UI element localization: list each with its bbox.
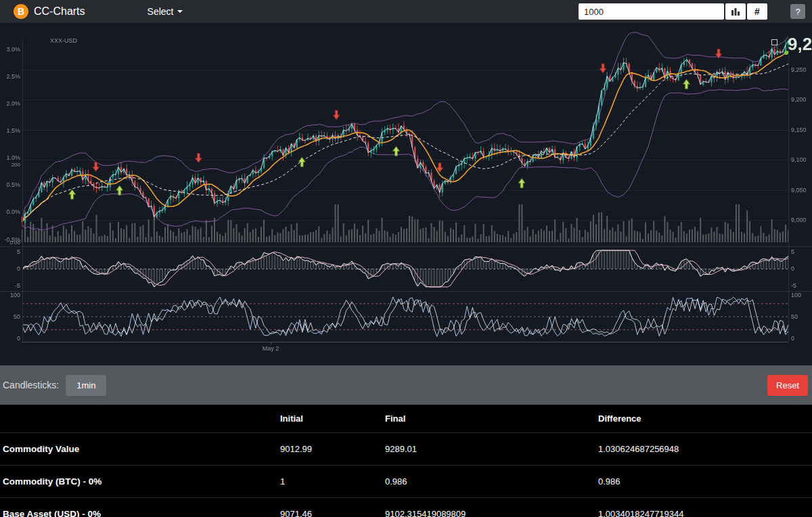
row-final: 9289.01	[385, 444, 598, 454]
select-label: Select	[148, 6, 174, 17]
chart-mini-toolbar	[771, 39, 777, 45]
chart-bars-icon	[731, 7, 740, 16]
reset-button[interactable]: Reset	[767, 375, 808, 396]
row-final: 9102.315419089809	[385, 509, 598, 517]
table-row: Commodity Value 9012.99 9289.01 1.030624…	[0, 433, 812, 466]
row-difference: 1.030624687256948	[598, 444, 812, 454]
row-difference: 0.986	[598, 476, 812, 487]
hash-button[interactable]: #	[747, 3, 767, 20]
brand: B CC-Charts	[14, 4, 85, 19]
interval-button[interactable]: 1min	[66, 375, 106, 396]
amount-input[interactable]	[579, 3, 724, 20]
price-chart-canvas[interactable]	[0, 23, 812, 365]
select-dropdown[interactable]: Select	[143, 5, 187, 18]
last-price-readout: 9,2	[788, 34, 812, 55]
row-difference: 1.0034018247719344	[598, 509, 812, 517]
row-label: Commodity Value	[3, 444, 280, 454]
navbar-right-group: # ?	[579, 3, 805, 20]
symbol-label: XXX-USD	[50, 37, 77, 44]
row-initial: 1	[280, 476, 385, 487]
row-final: 0.986	[385, 476, 598, 487]
caret-down-icon	[177, 10, 183, 13]
table-row: Base Asset (USD) - 0% 9071.46 9102.31541…	[0, 498, 812, 517]
candlesticks-label: Candlesticks:	[3, 380, 59, 390]
app-title: CC-Charts	[34, 5, 85, 18]
results-table: Initial Final Difference Commodity Value…	[0, 405, 812, 517]
help-button[interactable]: ?	[790, 4, 805, 19]
row-initial: 9012.99	[280, 444, 385, 454]
table-header-difference: Difference	[598, 413, 812, 424]
chart-style-button[interactable]	[725, 3, 746, 20]
row-label: Commodity (BTC) - 0%	[3, 476, 280, 487]
screenshot-icon[interactable]	[771, 39, 777, 45]
table-header-initial: Initial	[280, 413, 385, 424]
table-row: Commodity (BTC) - 0% 1 0.986 0.986	[0, 466, 812, 498]
row-label: Base Asset (USD) - 0%	[3, 509, 280, 517]
bitcoin-logo-icon: B	[14, 4, 28, 19]
candlesticks-toolbar: Candlesticks: 1min Reset	[0, 365, 812, 405]
table-header-final: Final	[385, 413, 598, 424]
table-header-row: Initial Final Difference	[0, 405, 812, 433]
row-initial: 9071.46	[280, 509, 385, 517]
chart-panel: XXX-USD 9,2	[0, 23, 812, 365]
navbar: B CC-Charts Select # ?	[0, 0, 812, 23]
